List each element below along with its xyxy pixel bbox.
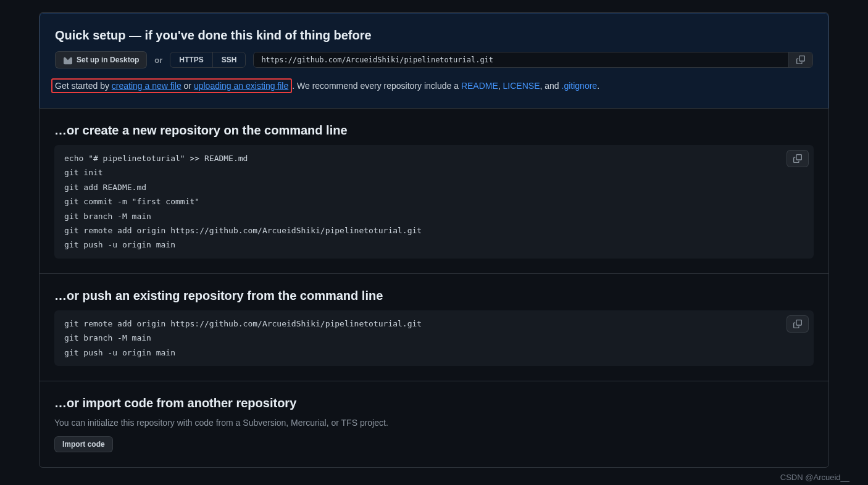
import-code-button[interactable]: Import code xyxy=(54,436,113,452)
gs-period: . xyxy=(597,81,599,91)
import-code-section: …or import code from another repository … xyxy=(40,381,828,467)
quick-setup-title: Quick setup — if you've done this kind o… xyxy=(55,28,813,43)
create-repo-codeblock: echo "# pipelinetoturial" >> README.md g… xyxy=(54,145,814,259)
or-separator: or xyxy=(154,56,162,65)
setup-controls-row: Set up in Desktop or HTTPS SSH xyxy=(55,51,813,68)
create-repo-section: …or create a new repository on the comma… xyxy=(40,109,828,274)
copy-url-button[interactable] xyxy=(788,52,812,67)
import-code-desc: You can initialize this repository with … xyxy=(54,418,814,428)
copy-icon xyxy=(793,154,802,163)
get-started-text: Get started by creating a new file or up… xyxy=(55,78,813,93)
copy-create-code-button[interactable] xyxy=(787,150,809,167)
quick-setup-panel: Quick setup — if you've done this kind o… xyxy=(40,13,828,109)
gitignore-link[interactable]: .gitignore xyxy=(562,81,598,91)
gs-prefix: Get started by xyxy=(55,81,112,91)
copy-icon xyxy=(796,56,805,64)
push-repo-title: …or push an existing repository from the… xyxy=(54,289,814,303)
desktop-icon xyxy=(63,55,73,65)
ssh-protocol-button[interactable]: SSH xyxy=(212,52,246,67)
readme-link[interactable]: README xyxy=(461,81,498,91)
watermark-text: CSDN @Arcueid__ xyxy=(0,468,868,482)
setup-in-desktop-button[interactable]: Set up in Desktop xyxy=(55,51,147,68)
license-link[interactable]: LICENSE xyxy=(503,81,540,91)
highlight-annotation: Get started by creating a new file or up… xyxy=(51,78,292,93)
push-repo-codeblock: git remote add origin https://github.com… xyxy=(54,310,814,366)
https-protocol-button[interactable]: HTTPS xyxy=(170,52,212,67)
upload-file-link[interactable]: uploading an existing file xyxy=(194,81,288,91)
copy-icon xyxy=(793,320,802,328)
gs-and: , and xyxy=(540,81,562,91)
import-code-title: …or import code from another repository xyxy=(54,396,814,410)
protocol-toggle: HTTPS SSH xyxy=(170,52,246,68)
desktop-btn-label: Set up in Desktop xyxy=(77,56,139,64)
create-repo-title: …or create a new repository on the comma… xyxy=(54,123,814,138)
clone-url-input[interactable] xyxy=(254,52,788,67)
clone-url-group xyxy=(253,52,813,68)
gs-c1: , xyxy=(498,81,503,91)
gs-or: or xyxy=(182,81,194,91)
gs-suffix: . We recommend every repository include … xyxy=(292,81,461,91)
create-file-link[interactable]: creating a new file xyxy=(112,81,182,91)
push-repo-section: …or push an existing repository from the… xyxy=(40,274,828,381)
push-repo-code[interactable]: git remote add origin https://github.com… xyxy=(64,317,804,360)
repo-setup-box: Quick setup — if you've done this kind o… xyxy=(39,12,829,468)
copy-push-code-button[interactable] xyxy=(787,315,809,333)
create-repo-code[interactable]: echo "# pipelinetoturial" >> README.md g… xyxy=(64,151,804,252)
